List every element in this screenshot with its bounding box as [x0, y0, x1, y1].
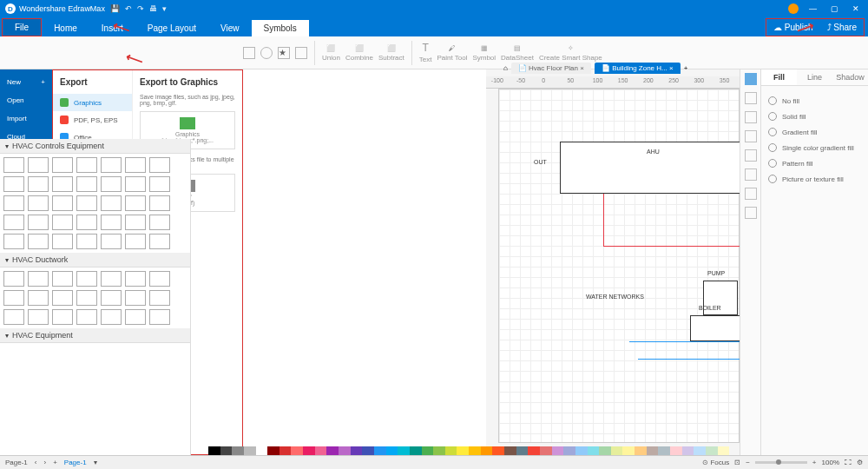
fill-single-gradient[interactable]: Single color gradient fill [768, 140, 861, 155]
color-swatch[interactable] [599, 446, 611, 455]
fill-tab-fill[interactable]: Fill [761, 69, 797, 85]
next-page-icon[interactable]: › [43, 459, 46, 466]
stencil-shape[interactable] [28, 309, 49, 325]
color-swatch[interactable] [303, 446, 315, 455]
color-swatch[interactable] [422, 446, 434, 455]
tab-home[interactable]: Home [42, 20, 89, 36]
paint-tool[interactable]: 🖌Paint Tool [437, 44, 467, 62]
stencil-shape[interactable] [28, 290, 49, 306]
fullscreen-icon[interactable]: ⛶ [845, 459, 852, 466]
color-swatch[interactable] [718, 446, 730, 455]
stencil-shape[interactable] [28, 271, 49, 287]
stencil-shape[interactable] [101, 290, 122, 306]
stencil-shape[interactable] [28, 176, 49, 192]
color-swatch[interactable] [433, 446, 445, 455]
shape-star-icon[interactable]: ★ [278, 47, 290, 59]
stencil-shape[interactable] [149, 176, 170, 192]
qat-more-icon[interactable]: ▾ [162, 4, 167, 13]
union-button[interactable]: ⬜Union [322, 44, 340, 62]
stencil-shape[interactable] [76, 157, 97, 173]
fill-solid[interactable]: Solid fill [768, 109, 861, 124]
color-swatch[interactable] [575, 446, 588, 455]
stencil-shape[interactable] [28, 215, 49, 230]
stencil-shape[interactable] [149, 195, 170, 211]
stencil-shape[interactable] [52, 309, 73, 325]
fill-tab-line[interactable]: Line [797, 69, 832, 85]
focus-mode[interactable]: ⊙ Focus [702, 459, 729, 466]
tool-focus-icon[interactable] [745, 188, 757, 200]
color-swatch[interactable] [279, 446, 292, 455]
add-tab-icon[interactable]: + [684, 64, 688, 72]
color-swatch[interactable] [540, 446, 552, 455]
zoom-slider[interactable] [755, 461, 807, 464]
fill-pattern[interactable]: Pattern fill [768, 155, 861, 171]
canvas[interactable]: OUT AHU AIR DUCTS BUILDING ZONE TU PUMP … [498, 89, 740, 443]
stencil-shape[interactable] [28, 234, 49, 249]
tool-layers-icon[interactable] [745, 111, 757, 123]
fill-no-fill[interactable]: No fill [768, 93, 861, 109]
qat-print-icon[interactable]: 🖶 [149, 4, 157, 13]
panel-hvac-equip[interactable]: HVAC Equipment [0, 328, 190, 343]
stencil-shape[interactable] [52, 234, 73, 249]
maximize-icon[interactable]: ▢ [827, 4, 842, 13]
qat-save-icon[interactable]: 💾 [110, 4, 120, 13]
symbol-tool[interactable]: ▦Symbol [472, 44, 496, 62]
qat-undo-icon[interactable]: ↶ [125, 4, 132, 13]
color-swatch[interactable] [706, 446, 718, 455]
stencil-shape[interactable] [52, 215, 73, 230]
page-menu-icon[interactable]: ▾ [94, 459, 97, 466]
settings-icon[interactable]: ⚙ [857, 459, 863, 466]
boiler[interactable] [690, 315, 742, 341]
stencil-shape[interactable] [76, 271, 97, 287]
stencil-shape[interactable] [149, 157, 170, 173]
stencil-shape[interactable] [125, 309, 146, 325]
color-swatch[interactable] [563, 446, 575, 455]
color-swatch[interactable] [516, 446, 529, 455]
stencil-shape[interactable] [3, 195, 24, 211]
stencil-shape[interactable] [76, 309, 97, 325]
stencil-shape[interactable] [28, 157, 49, 173]
color-palette[interactable] [208, 446, 729, 455]
color-swatch[interactable] [588, 446, 600, 455]
color-swatch[interactable] [670, 446, 682, 455]
stencil-shape[interactable] [3, 309, 24, 325]
stencil-shape[interactable] [52, 290, 73, 306]
color-swatch[interactable] [622, 446, 635, 455]
stencil-shape[interactable] [125, 290, 146, 306]
color-swatch[interactable] [315, 446, 327, 455]
color-swatch[interactable] [469, 446, 481, 455]
tab-view[interactable]: View [208, 20, 252, 36]
color-swatch[interactable] [362, 446, 374, 455]
stencil-shape[interactable] [101, 215, 122, 230]
color-swatch[interactable] [386, 446, 398, 455]
stencil-shape[interactable] [76, 215, 97, 230]
file-open[interactable]: Open [0, 91, 52, 109]
doc-home-icon[interactable]: ⌂ [503, 64, 508, 72]
zoom-in-icon[interactable]: + [812, 459, 817, 466]
stencil-shape[interactable] [3, 215, 24, 230]
color-swatch[interactable] [244, 446, 256, 455]
file-new[interactable]: New+ [0, 73, 52, 91]
minimize-icon[interactable]: — [806, 4, 820, 13]
qat-redo-icon[interactable]: ↷ [137, 4, 144, 13]
color-swatch[interactable] [635, 446, 647, 455]
stencil-shape[interactable] [3, 290, 24, 306]
color-swatch[interactable] [694, 446, 706, 455]
stencil-shape[interactable] [101, 309, 122, 325]
stencil-shape[interactable] [149, 271, 170, 287]
color-swatch[interactable] [374, 446, 386, 455]
stencil-shape[interactable] [149, 215, 170, 230]
stencil-shape[interactable] [125, 157, 146, 173]
tab-page-layout[interactable]: Page Layout [135, 20, 208, 36]
fill-gradient[interactable]: Gradient fill [768, 124, 861, 140]
stencil-shape[interactable] [3, 176, 24, 192]
stencil-shape[interactable] [3, 271, 24, 287]
stencil-shape[interactable] [52, 271, 73, 287]
stencil-shape[interactable] [101, 234, 122, 249]
stencil-shape[interactable] [149, 234, 170, 249]
share-button[interactable]: ⤴ Share [820, 19, 864, 36]
color-swatch[interactable] [410, 446, 422, 455]
tab-symbols[interactable]: Symbols [252, 20, 309, 36]
stencil-shape[interactable] [76, 234, 97, 249]
page-tab[interactable]: Page-1 [64, 459, 87, 466]
